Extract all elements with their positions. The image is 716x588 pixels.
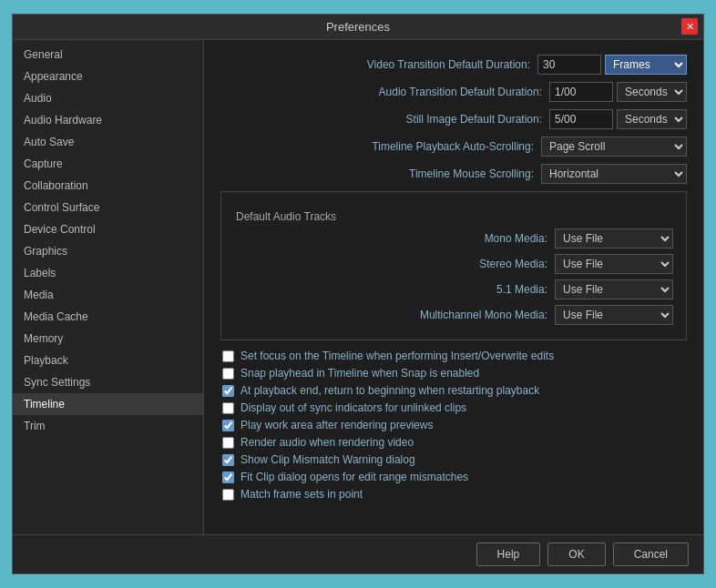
sidebar-item-memory[interactable]: Memory	[13, 328, 203, 350]
default-audio-box: Default Audio Tracks Mono Media: Use Fil…	[220, 191, 687, 340]
checkbox-row-0: Set focus on the Timeline when performin…	[220, 350, 687, 362]
fiveone-label: 5.1 Media:	[402, 283, 547, 296]
content-area: GeneralAppearanceAudioAudio HardwareAuto…	[13, 40, 703, 534]
sidebar-item-labels[interactable]: Labels	[13, 262, 203, 284]
checkbox-row-1: Snap playhead in Timeline when Snap is e…	[220, 367, 687, 380]
checkbox-row-6: Show Clip Mismatch Warning dialog	[220, 453, 687, 466]
still-image-row: Still Image Default Duration: Seconds Fr…	[220, 109, 687, 129]
checkbox-label-1: Snap playhead in Timeline when Snap is e…	[240, 367, 479, 380]
fiveone-row: 5.1 Media: Use File 5.1	[234, 279, 673, 299]
mono-label: Mono Media:	[402, 232, 547, 245]
sidebar-item-timeline[interactable]: Timeline	[13, 393, 203, 415]
still-image-unit-select[interactable]: Seconds Frames	[617, 109, 687, 129]
autoscroll-label: Timeline Playback Auto-Scrolling:	[333, 140, 534, 153]
sidebar-item-media[interactable]: Media	[13, 284, 203, 306]
checkbox-3[interactable]	[222, 402, 234, 414]
mono-row: Mono Media: Use File Mono Stereo	[234, 228, 673, 248]
still-image-label: Still Image Default Duration:	[342, 113, 542, 126]
checkbox-5[interactable]	[222, 437, 234, 449]
sidebar-item-capture[interactable]: Capture	[13, 153, 203, 175]
title-bar: Preferences ✕	[13, 15, 703, 40]
autoscroll-row: Timeline Playback Auto-Scrolling: Page S…	[220, 137, 687, 157]
checkbox-row-4: Play work area after rendering previews	[220, 419, 687, 431]
close-button[interactable]: ✕	[681, 18, 698, 35]
sidebar-item-media-cache[interactable]: Media Cache	[13, 306, 203, 328]
footer: Help OK Cancel	[13, 534, 703, 573]
checkbox-8[interactable]	[222, 489, 234, 501]
checkbox-label-7: Fit Clip dialog opens for edit range mis…	[240, 471, 468, 483]
checkbox-row-8: Match frame sets in point	[220, 488, 687, 501]
fiveone-select[interactable]: Use File 5.1	[555, 279, 673, 299]
cancel-button[interactable]: Cancel	[613, 542, 689, 566]
video-transition-input[interactable]	[537, 55, 601, 75]
checkbox-2[interactable]	[222, 385, 234, 397]
audio-transition-label: Audio Transition Default Duration:	[342, 86, 542, 98]
video-transition-label: Video Transition Default Duration:	[330, 58, 530, 71]
checkbox-label-5: Render audio when rendering video	[240, 436, 414, 449]
stereo-label: Stereo Media:	[402, 258, 547, 270]
stereo-select[interactable]: Use File Mono Stereo	[555, 254, 673, 274]
sidebar-item-control-surface[interactable]: Control Surface	[13, 197, 203, 218]
audio-transition-row: Audio Transition Default Duration: Secon…	[220, 82, 687, 102]
preferences-dialog: Preferences ✕ GeneralAppearanceAudioAudi…	[12, 14, 704, 574]
still-image-input[interactable]	[549, 109, 613, 129]
help-button[interactable]: Help	[476, 542, 541, 566]
multichannel-select[interactable]: Use File Mono	[555, 305, 673, 325]
mouse-scroll-select[interactable]: Horizontal Vertical Zoom	[541, 164, 687, 184]
sidebar-item-device-control[interactable]: Device Control	[13, 218, 203, 240]
sidebar-item-collaboration[interactable]: Collaboration	[13, 175, 203, 197]
sidebar-item-trim[interactable]: Trim	[13, 415, 203, 437]
stereo-row: Stereo Media: Use File Mono Stereo	[234, 254, 673, 274]
checkbox-row-3: Display out of sync indicators for unlin…	[220, 401, 687, 414]
checkbox-0[interactable]	[222, 350, 234, 362]
sidebar-item-appearance[interactable]: Appearance	[13, 66, 203, 87]
video-transition-unit-select[interactable]: Frames Seconds	[605, 55, 687, 75]
sidebar-item-general[interactable]: General	[13, 44, 203, 66]
video-transition-row: Video Transition Default Duration: Frame…	[220, 55, 687, 75]
checkbox-label-8: Match frame sets in point	[240, 488, 363, 501]
checkbox-label-0: Set focus on the Timeline when performin…	[240, 350, 554, 362]
checkbox-label-3: Display out of sync indicators for unlin…	[240, 401, 466, 414]
multichannel-row: Multichannel Mono Media: Use File Mono	[234, 305, 673, 325]
mouse-scroll-label: Timeline Mouse Scrolling:	[333, 167, 534, 180]
multichannel-label: Multichannel Mono Media:	[402, 309, 547, 321]
checkbox-6[interactable]	[222, 454, 234, 466]
checkbox-row-7: Fit Clip dialog opens for edit range mis…	[220, 471, 687, 483]
checkbox-4[interactable]	[222, 420, 234, 431]
sidebar-item-audio-hardware[interactable]: Audio Hardware	[13, 109, 203, 131]
checkbox-label-6: Show Clip Mismatch Warning dialog	[240, 453, 415, 466]
audio-transition-unit-select[interactable]: Seconds Frames	[617, 82, 687, 102]
checkbox-row-2: At playback end, return to beginning whe…	[220, 384, 687, 397]
sidebar-item-playback[interactable]: Playback	[13, 350, 203, 371]
dialog-title: Preferences	[326, 20, 390, 34]
default-audio-title: Default Audio Tracks	[234, 210, 673, 223]
mouse-scroll-row: Timeline Mouse Scrolling: Horizontal Ver…	[220, 164, 687, 184]
checkboxes-container: Set focus on the Timeline when performin…	[220, 350, 687, 501]
sidebar-item-graphics[interactable]: Graphics	[13, 240, 203, 262]
checkbox-label-2: At playback end, return to beginning whe…	[240, 384, 539, 397]
sidebar: GeneralAppearanceAudioAudio HardwareAuto…	[13, 40, 204, 534]
checkbox-row-5: Render audio when rendering video	[220, 436, 687, 449]
ok-button[interactable]: OK	[547, 542, 605, 566]
checkbox-label-4: Play work area after rendering previews	[240, 419, 433, 431]
sidebar-item-auto-save[interactable]: Auto Save	[13, 131, 203, 153]
checkbox-1[interactable]	[222, 368, 234, 380]
main-panel: Video Transition Default Duration: Frame…	[204, 40, 703, 534]
audio-transition-input[interactable]	[549, 82, 613, 102]
sidebar-item-audio[interactable]: Audio	[13, 87, 203, 109]
checkbox-7[interactable]	[222, 471, 234, 483]
mono-select[interactable]: Use File Mono Stereo	[555, 228, 673, 248]
autoscroll-select[interactable]: Page Scroll Smooth Scroll No Scroll	[541, 137, 687, 157]
sidebar-item-sync-settings[interactable]: Sync Settings	[13, 371, 203, 393]
